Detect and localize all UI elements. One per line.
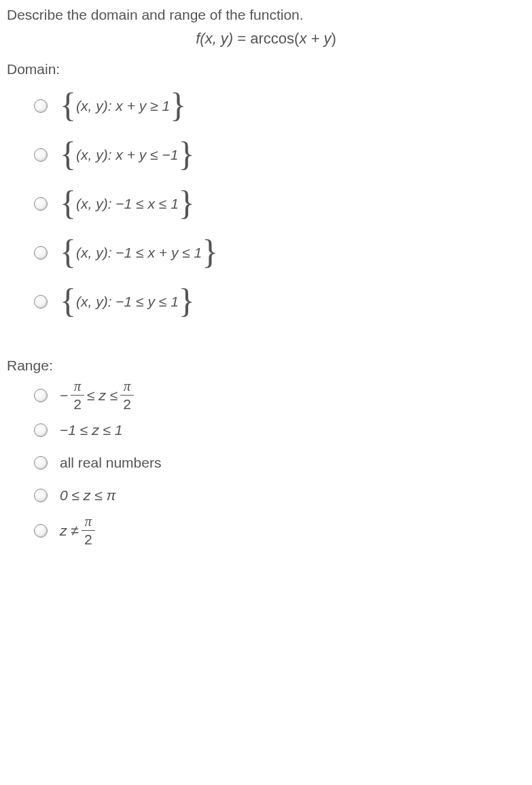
option-math: 0 ≤ z ≤ π <box>60 487 116 504</box>
option-math: { (x, y): −1 ≤ x ≤ 1 } <box>60 196 195 212</box>
option-math: −1 ≤ z ≤ 1 <box>60 422 123 438</box>
domain-option-4[interactable]: { (x, y): −1 ≤ x + y ≤ 1 } <box>34 232 525 273</box>
range-label: Range: <box>7 357 525 374</box>
option-math: z ≠ π 2 <box>60 514 98 546</box>
range-option-2[interactable]: −1 ≤ z ≤ 1 <box>34 417 525 444</box>
formula-lhs: f(x, y) <box>196 30 233 47</box>
radio-icon[interactable] <box>34 389 48 402</box>
function-formula: f(x, y) = arccos(x + y) <box>7 30 525 48</box>
fraction-den: 2 <box>71 395 84 411</box>
formula-rhs-fn: arccos( <box>250 30 299 47</box>
domain-option-5[interactable]: { (x, y): −1 ≤ y ≤ 1 } <box>34 281 525 322</box>
fraction-num: π <box>71 379 84 395</box>
radio-icon[interactable] <box>34 246 48 260</box>
range-options: − π 2 ≤ z ≤ π 2 −1 ≤ z ≤ 1 all real numb… <box>7 379 525 546</box>
fraction-num: π <box>121 379 134 395</box>
fraction: π 2 <box>82 514 95 546</box>
formula-eq: = <box>233 30 250 47</box>
domain-options: { (x, y): x + y ≥ 1 } { (x, y): x + y ≤ … <box>7 86 525 322</box>
radio-icon[interactable] <box>34 524 48 538</box>
radio-icon[interactable] <box>34 99 48 113</box>
domain-option-1[interactable]: { (x, y): x + y ≥ 1 } <box>34 86 525 126</box>
range-option-4[interactable]: 0 ≤ z ≤ π <box>34 482 525 509</box>
formula-rhs-arg: x + y <box>299 30 331 47</box>
radio-icon[interactable] <box>34 423 48 437</box>
option-math: { (x, y): −1 ≤ y ≤ 1 } <box>60 294 195 310</box>
radio-icon[interactable] <box>34 148 48 162</box>
set-inner: (x, y): −1 ≤ x + y ≤ 1 <box>76 245 202 261</box>
option-text: all real numbers <box>60 455 161 471</box>
question-text: Describe the domain and range of the fun… <box>7 7 525 23</box>
fraction-den: 2 <box>82 530 95 546</box>
set-inner: (x, y): x + y ≥ 1 <box>76 98 170 114</box>
fraction: π 2 <box>120 379 134 411</box>
radio-icon[interactable] <box>34 197 48 211</box>
fraction-num: π <box>82 514 94 530</box>
option-math: { (x, y): −1 ≤ x + y ≤ 1 } <box>60 245 218 261</box>
option-math: { (x, y): x + y ≥ 1 } <box>60 98 186 114</box>
set-inner: (x, y): x + y ≤ −1 <box>76 147 178 163</box>
inequality-mid: ≤ z ≤ <box>87 387 118 404</box>
radio-icon[interactable] <box>34 295 48 309</box>
fraction: π 2 <box>71 379 84 411</box>
option-math: { (x, y): x + y ≤ −1 } <box>60 147 194 163</box>
fraction-den: 2 <box>120 395 134 411</box>
range-option-5[interactable]: z ≠ π 2 <box>34 514 525 546</box>
formula-rhs-close: ) <box>331 30 336 47</box>
radio-icon[interactable] <box>34 456 48 470</box>
range-option-1[interactable]: − π 2 ≤ z ≤ π 2 <box>34 379 525 411</box>
domain-option-2[interactable]: { (x, y): x + y ≤ −1 } <box>34 135 525 175</box>
set-inner: (x, y): −1 ≤ y ≤ 1 <box>76 294 179 310</box>
neg-sign: − <box>60 387 68 404</box>
set-inner: (x, y): −1 ≤ x ≤ 1 <box>76 196 179 212</box>
domain-label: Domain: <box>7 61 525 77</box>
domain-option-3[interactable]: { (x, y): −1 ≤ x ≤ 1 } <box>34 184 525 224</box>
range-option-3[interactable]: all real numbers <box>34 449 525 476</box>
radio-icon[interactable] <box>34 489 48 502</box>
z-neq: z ≠ <box>60 523 79 539</box>
option-math: − π 2 ≤ z ≤ π 2 <box>60 379 137 411</box>
